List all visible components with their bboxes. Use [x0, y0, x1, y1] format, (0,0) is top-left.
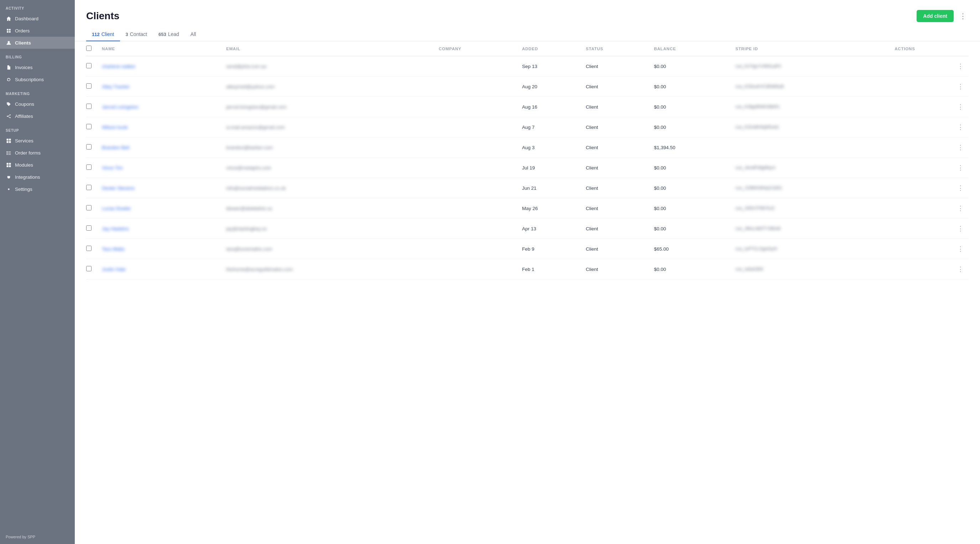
client-name[interactable]: charlene walker — [99, 56, 223, 76]
client-name[interactable]: Justin Hale — [99, 259, 223, 280]
sidebar-section-label: MARKETING — [0, 86, 75, 98]
client-added: Aug 20 — [519, 76, 583, 97]
client-name[interactable]: Jarrod Livingston — [99, 97, 223, 117]
clients-table: NAMEEMAILCOMPANYADDEDSTATUSBALANCESTRIPE… — [86, 41, 969, 280]
client-name-link[interactable]: Alley Tracker — [102, 84, 130, 89]
row-checkbox[interactable] — [86, 205, 92, 210]
client-name-link[interactable]: Brandon Bell — [102, 145, 129, 150]
client-email: ldower@deletelink.ca — [223, 198, 436, 219]
client-name-link[interactable]: Justin Hale — [102, 267, 126, 272]
client-name[interactable]: Brandon Bell — [99, 137, 223, 158]
client-actions: ⋮ — [892, 239, 969, 259]
select-all-checkbox[interactable] — [86, 46, 92, 51]
col-header-6: BALANCE — [651, 41, 732, 56]
row-more-button[interactable]: ⋮ — [955, 81, 966, 92]
add-client-button[interactable]: Add client — [916, 10, 954, 22]
sidebar-item-coupons[interactable]: Coupons — [0, 98, 75, 110]
sidebar-item-services[interactable]: Services — [0, 135, 75, 147]
client-name[interactable]: Jay Hawkins — [99, 219, 223, 239]
table-row: Justin Halethehome@acreguildmates.comFeb… — [86, 259, 969, 280]
svg-point-5 — [9, 114, 10, 115]
more-options-button[interactable]: ⋮ — [957, 10, 969, 22]
row-checkbox[interactable] — [86, 225, 92, 231]
client-stripe-id: cus_Jt35A7FB07kJ2 — [732, 198, 892, 219]
client-company — [436, 97, 519, 117]
client-name-link[interactable]: Jay Hawkins — [102, 226, 129, 231]
sidebar-item-label: Order forms — [15, 150, 41, 156]
row-more-button[interactable]: ⋮ — [955, 244, 966, 254]
row-more-button[interactable]: ⋮ — [955, 142, 966, 153]
row-checkbox[interactable] — [86, 164, 92, 170]
client-name-link[interactable]: charlene walker — [102, 64, 136, 69]
tab-lead[interactable]: 653Lead — [153, 28, 185, 41]
row-checkbox[interactable] — [86, 83, 92, 89]
client-company — [436, 56, 519, 76]
sidebar-item-affiliates[interactable]: Affiliates — [0, 110, 75, 122]
row-more-button[interactable]: ⋮ — [955, 183, 966, 193]
client-stripe-id: cus_K32u8K0tqMSub1 — [732, 117, 892, 137]
client-actions: ⋮ — [892, 259, 969, 280]
client-added: Aug 16 — [519, 97, 583, 117]
row-more-button[interactable]: ⋮ — [955, 122, 966, 132]
sidebar-item-invoices[interactable]: Invoices — [0, 61, 75, 73]
row-more-button[interactable]: ⋮ — [955, 61, 966, 71]
client-name-link[interactable]: Tara Watts — [102, 247, 125, 252]
sidebar-item-orders[interactable]: Orders — [0, 25, 75, 37]
client-status: Client — [583, 117, 651, 137]
tab-count: 3 — [126, 32, 128, 37]
client-name[interactable]: Dexter Stevens — [99, 178, 223, 198]
col-header-4: ADDED — [519, 41, 583, 56]
table-container: NAMEEMAILCOMPANYADDEDSTATUSBALANCESTRIPE… — [75, 41, 980, 544]
client-name-link[interactable]: Jarrod Livingston — [102, 104, 138, 110]
row-more-button[interactable]: ⋮ — [955, 163, 966, 173]
tab-all[interactable]: All — [185, 28, 202, 41]
client-name[interactable]: Wilson kuok — [99, 117, 223, 137]
svg-rect-12 — [6, 141, 8, 143]
sidebar-item-modules[interactable]: Modules — [0, 159, 75, 171]
client-name[interactable]: Vince Tini — [99, 158, 223, 178]
row-checkbox[interactable] — [86, 266, 92, 271]
client-stripe-id — [732, 137, 892, 158]
sidebar-item-integrations[interactable]: Integrations — [0, 171, 75, 183]
tab-contact[interactable]: 3Contact — [120, 28, 153, 41]
sidebar-item-settings[interactable]: Settings — [0, 183, 75, 195]
row-checkbox[interactable] — [86, 103, 92, 109]
client-name[interactable]: Lucas Dowler — [99, 198, 223, 219]
client-status: Client — [583, 56, 651, 76]
client-balance: $0.00 — [651, 158, 732, 178]
client-name[interactable]: Tara Watts — [99, 239, 223, 259]
sidebar-item-clients[interactable]: Clients — [0, 37, 75, 49]
client-added: Jun 21 — [519, 178, 583, 198]
client-added: Sep 13 — [519, 56, 583, 76]
row-more-button[interactable]: ⋮ — [955, 102, 966, 112]
row-more-button[interactable]: ⋮ — [955, 203, 966, 213]
tab-count: 653 — [159, 32, 166, 37]
row-more-button[interactable]: ⋮ — [955, 264, 966, 274]
svg-point-4 — [8, 41, 10, 43]
sidebar-item-dashboard[interactable]: Dashboard — [0, 13, 75, 25]
sidebar-item-subscriptions[interactable]: Subscriptions — [0, 73, 75, 86]
col-header-1: NAME — [99, 41, 223, 56]
row-checkbox[interactable] — [86, 124, 92, 129]
client-email: brandon@barber.com — [223, 137, 436, 158]
row-more-button[interactable]: ⋮ — [955, 224, 966, 234]
row-checkbox[interactable] — [86, 185, 92, 190]
svg-rect-17 — [8, 153, 11, 153]
row-checkbox[interactable] — [86, 144, 92, 150]
client-stripe-id: cus_JMuLslb0TY380uB — [732, 219, 892, 239]
svg-rect-0 — [7, 29, 8, 30]
svg-rect-13 — [9, 141, 11, 143]
tab-client[interactable]: 112Client — [86, 28, 120, 41]
sidebar-item-order-forms[interactable]: Order forms — [0, 147, 75, 159]
client-actions: ⋮ — [892, 76, 969, 97]
client-email: jarrod.livingston@gmail.com — [223, 97, 436, 117]
client-email: vince@metaphs.com — [223, 158, 436, 178]
row-checkbox[interactable] — [86, 63, 92, 68]
client-name-link[interactable]: Lucas Dowler — [102, 206, 131, 211]
client-name[interactable]: Alley Tracker — [99, 76, 223, 97]
row-checkbox[interactable] — [86, 246, 92, 251]
svg-point-24 — [8, 188, 10, 190]
client-name-link[interactable]: Vince Tini — [102, 165, 123, 170]
client-name-link[interactable]: Wilson kuok — [102, 125, 128, 130]
client-name-link[interactable]: Dexter Stevens — [102, 186, 135, 191]
